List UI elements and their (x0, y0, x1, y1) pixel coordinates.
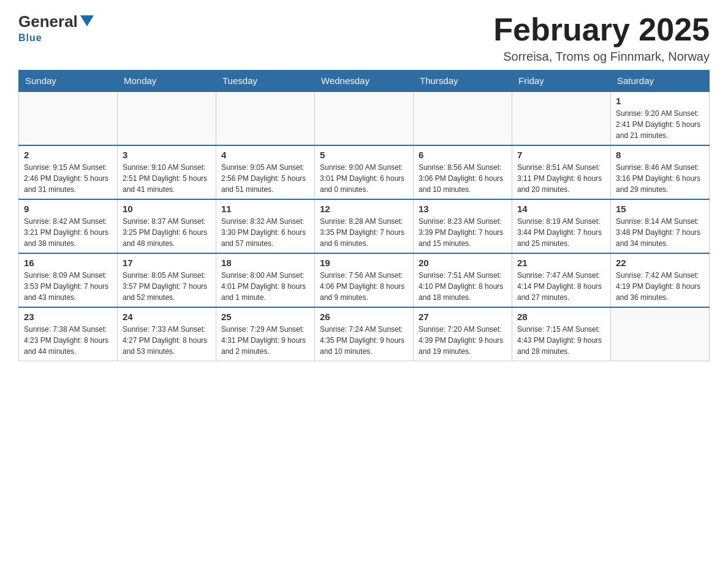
day-info: Sunrise: 8:14 AM Sunset: 3:48 PM Dayligh… (616, 216, 704, 249)
calendar-table: Sunday Monday Tuesday Wednesday Thursday… (18, 70, 710, 361)
day-number: 15 (616, 204, 704, 214)
calendar-cell: 15Sunrise: 8:14 AM Sunset: 3:48 PM Dayli… (611, 199, 710, 253)
calendar-cell (315, 91, 414, 145)
col-friday: Friday (512, 71, 611, 92)
col-monday: Monday (118, 71, 216, 92)
day-number: 26 (320, 312, 408, 322)
calendar-header-row: Sunday Monday Tuesday Wednesday Thursday… (19, 71, 710, 92)
logo-general-text: General (18, 12, 78, 31)
calendar-cell: 1Sunrise: 9:20 AM Sunset: 2:41 PM Daylig… (611, 91, 710, 145)
day-info: Sunrise: 7:29 AM Sunset: 4:31 PM Dayligh… (221, 324, 309, 357)
day-number: 2 (24, 150, 112, 160)
day-info: Sunrise: 8:56 AM Sunset: 3:06 PM Dayligh… (419, 162, 507, 195)
col-saturday: Saturday (611, 71, 710, 92)
day-info: Sunrise: 8:37 AM Sunset: 3:25 PM Dayligh… (123, 216, 211, 249)
day-info: Sunrise: 7:47 AM Sunset: 4:14 PM Dayligh… (517, 270, 605, 303)
calendar-cell: 2Sunrise: 9:15 AM Sunset: 2:46 PM Daylig… (19, 145, 118, 199)
day-info: Sunrise: 7:15 AM Sunset: 4:43 PM Dayligh… (517, 324, 605, 357)
day-number: 11 (221, 204, 309, 214)
logo-triangle-icon (80, 15, 94, 29)
day-number: 28 (517, 312, 605, 322)
day-number: 25 (221, 312, 309, 322)
calendar-cell (512, 91, 611, 145)
day-info: Sunrise: 7:38 AM Sunset: 4:23 PM Dayligh… (24, 324, 112, 357)
week-row-3: 9Sunrise: 8:42 AM Sunset: 3:21 PM Daylig… (19, 199, 710, 253)
calendar-cell: 24Sunrise: 7:33 AM Sunset: 4:27 PM Dayli… (118, 307, 216, 361)
calendar-cell: 4Sunrise: 9:05 AM Sunset: 2:56 PM Daylig… (216, 145, 315, 199)
page-header: General Blue February 2025 Sorreisa, Tro… (18, 12, 710, 64)
day-info: Sunrise: 7:33 AM Sunset: 4:27 PM Dayligh… (123, 324, 211, 357)
calendar-cell (611, 307, 710, 361)
logo: General Blue (18, 12, 94, 44)
calendar-cell: 14Sunrise: 8:19 AM Sunset: 3:44 PM Dayli… (512, 199, 611, 253)
day-info: Sunrise: 9:20 AM Sunset: 2:41 PM Dayligh… (616, 108, 704, 141)
day-number: 4 (221, 150, 309, 160)
day-number: 16 (24, 258, 112, 268)
calendar-cell: 7Sunrise: 8:51 AM Sunset: 3:11 PM Daylig… (512, 145, 611, 199)
day-info: Sunrise: 8:00 AM Sunset: 4:01 PM Dayligh… (221, 270, 309, 303)
day-info: Sunrise: 9:05 AM Sunset: 2:56 PM Dayligh… (221, 162, 309, 195)
calendar-cell: 27Sunrise: 7:20 AM Sunset: 4:39 PM Dayli… (414, 307, 512, 361)
day-number: 21 (517, 258, 605, 268)
calendar-cell: 10Sunrise: 8:37 AM Sunset: 3:25 PM Dayli… (118, 199, 216, 253)
week-row-1: 1Sunrise: 9:20 AM Sunset: 2:41 PM Daylig… (19, 91, 710, 145)
col-sunday: Sunday (19, 71, 118, 92)
day-number: 27 (419, 312, 507, 322)
day-info: Sunrise: 8:32 AM Sunset: 3:30 PM Dayligh… (221, 216, 309, 249)
day-number: 18 (221, 258, 309, 268)
day-number: 3 (123, 150, 211, 160)
day-info: Sunrise: 7:56 AM Sunset: 4:06 PM Dayligh… (320, 270, 408, 303)
calendar-cell: 18Sunrise: 8:00 AM Sunset: 4:01 PM Dayli… (216, 253, 315, 307)
col-thursday: Thursday (414, 71, 512, 92)
col-tuesday: Tuesday (216, 71, 315, 92)
day-info: Sunrise: 8:51 AM Sunset: 3:11 PM Dayligh… (517, 162, 605, 195)
calendar-cell: 21Sunrise: 7:47 AM Sunset: 4:14 PM Dayli… (512, 253, 611, 307)
calendar-cell: 22Sunrise: 7:42 AM Sunset: 4:19 PM Dayli… (611, 253, 710, 307)
day-number: 13 (419, 204, 507, 214)
calendar-cell: 25Sunrise: 7:29 AM Sunset: 4:31 PM Dayli… (216, 307, 315, 361)
week-row-2: 2Sunrise: 9:15 AM Sunset: 2:46 PM Daylig… (19, 145, 710, 199)
day-info: Sunrise: 9:10 AM Sunset: 2:51 PM Dayligh… (123, 162, 211, 195)
day-number: 8 (616, 150, 704, 160)
day-number: 24 (123, 312, 211, 322)
calendar-cell: 23Sunrise: 7:38 AM Sunset: 4:23 PM Dayli… (19, 307, 118, 361)
day-info: Sunrise: 9:00 AM Sunset: 3:01 PM Dayligh… (320, 162, 408, 195)
week-row-5: 23Sunrise: 7:38 AM Sunset: 4:23 PM Dayli… (19, 307, 710, 361)
day-info: Sunrise: 8:09 AM Sunset: 3:53 PM Dayligh… (24, 270, 112, 303)
day-info: Sunrise: 7:42 AM Sunset: 4:19 PM Dayligh… (616, 270, 704, 303)
calendar-cell: 13Sunrise: 8:23 AM Sunset: 3:39 PM Dayli… (414, 199, 512, 253)
calendar-cell: 5Sunrise: 9:00 AM Sunset: 3:01 PM Daylig… (315, 145, 414, 199)
day-number: 6 (419, 150, 507, 160)
day-info: Sunrise: 7:20 AM Sunset: 4:39 PM Dayligh… (419, 324, 507, 357)
svg-marker-0 (80, 15, 94, 26)
day-number: 7 (517, 150, 605, 160)
day-number: 22 (616, 258, 704, 268)
calendar-cell: 17Sunrise: 8:05 AM Sunset: 3:57 PM Dayli… (118, 253, 216, 307)
calendar-cell: 3Sunrise: 9:10 AM Sunset: 2:51 PM Daylig… (118, 145, 216, 199)
day-info: Sunrise: 8:42 AM Sunset: 3:21 PM Dayligh… (24, 216, 112, 249)
day-number: 23 (24, 312, 112, 322)
day-number: 20 (419, 258, 507, 268)
day-number: 12 (320, 204, 408, 214)
day-number: 17 (123, 258, 211, 268)
day-number: 9 (24, 204, 112, 214)
day-info: Sunrise: 8:05 AM Sunset: 3:57 PM Dayligh… (123, 270, 211, 303)
week-row-4: 16Sunrise: 8:09 AM Sunset: 3:53 PM Dayli… (19, 253, 710, 307)
day-info: Sunrise: 8:46 AM Sunset: 3:16 PM Dayligh… (616, 162, 704, 195)
calendar-cell: 19Sunrise: 7:56 AM Sunset: 4:06 PM Dayli… (315, 253, 414, 307)
day-number: 14 (517, 204, 605, 214)
title-section: February 2025 Sorreisa, Troms og Finnmar… (493, 12, 710, 64)
calendar-cell (216, 91, 315, 145)
day-info: Sunrise: 7:51 AM Sunset: 4:10 PM Dayligh… (419, 270, 507, 303)
month-title: February 2025 (493, 12, 710, 47)
day-number: 19 (320, 258, 408, 268)
calendar-cell: 8Sunrise: 8:46 AM Sunset: 3:16 PM Daylig… (611, 145, 710, 199)
calendar-cell: 26Sunrise: 7:24 AM Sunset: 4:35 PM Dayli… (315, 307, 414, 361)
calendar-cell (118, 91, 216, 145)
calendar-cell (19, 91, 118, 145)
day-info: Sunrise: 8:28 AM Sunset: 3:35 PM Dayligh… (320, 216, 408, 249)
calendar-cell: 9Sunrise: 8:42 AM Sunset: 3:21 PM Daylig… (19, 199, 118, 253)
calendar-cell: 28Sunrise: 7:15 AM Sunset: 4:43 PM Dayli… (512, 307, 611, 361)
calendar-cell: 11Sunrise: 8:32 AM Sunset: 3:30 PM Dayli… (216, 199, 315, 253)
col-wednesday: Wednesday (315, 71, 414, 92)
